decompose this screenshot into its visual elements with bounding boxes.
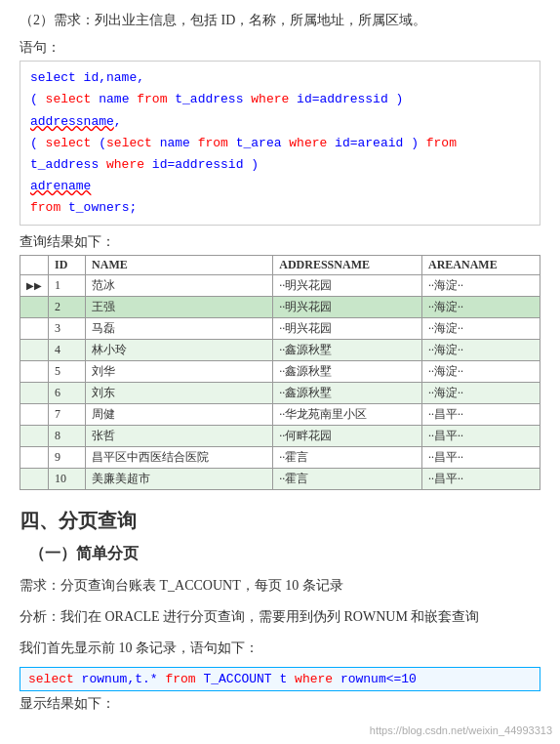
- table-cell: ··昌平··: [422, 404, 540, 426]
- code-line-6: adrename: [30, 179, 91, 193]
- table-cell: [20, 469, 49, 490]
- table-cell: [20, 297, 49, 318]
- table-row: 9昌平区中西医结合医院··霍言··昌平··: [20, 447, 540, 469]
- section4-title: 四、分页查询: [20, 508, 540, 534]
- table-row: 5刘华··鑫源秋墅··海淀··: [20, 361, 540, 383]
- table-cell: 1: [49, 275, 86, 297]
- table-cell: 6: [49, 383, 86, 404]
- table-cell: ··海淀··: [422, 361, 540, 383]
- table-row: 3马磊··明兴花园··海淀··: [20, 318, 540, 340]
- table-cell: 刘东: [86, 383, 273, 404]
- table-cell: [20, 404, 49, 426]
- code-line-3: addressname,: [30, 114, 122, 129]
- section2-title: （2）需求：列出业主信息，包括 ID，名称，所属地址，所属区域。: [20, 10, 540, 31]
- table-cell: [20, 318, 49, 340]
- table-cell: ··明兴花园: [273, 318, 422, 340]
- watermark: https://blog.csdn.net/weixin_44993313: [370, 724, 552, 736]
- table-cell: 美廉美超市: [86, 469, 273, 490]
- code-line-5: t_address where id=addressid ): [30, 157, 259, 172]
- table-cell: ··鑫源秋墅: [273, 361, 422, 383]
- table-cell: ··昌平··: [422, 447, 540, 469]
- table-cell: ··明兴花园: [273, 275, 422, 297]
- table-cell: ··昌平··: [422, 426, 540, 447]
- col-addressname: ADDRESSNAME: [273, 256, 422, 275]
- col-arrow: [20, 256, 49, 275]
- code-line-7: from t_owners;: [30, 200, 137, 215]
- table-cell: 昌平区中西医结合医院: [86, 447, 273, 469]
- table-cell: ··海淀··: [422, 297, 540, 318]
- table-cell: 4: [49, 340, 86, 361]
- table-cell: ··明兴花园: [273, 297, 422, 318]
- sql-code-block: select id,name, ( select name from t_add…: [20, 61, 540, 226]
- col-id: ID: [49, 256, 86, 275]
- table-row: 6刘东··鑫源秋墅··海淀··: [20, 383, 540, 404]
- para2: 分析：我们在 ORACLE 进行分页查询，需要用到伪列 ROWNUM 和嵌套查询: [20, 605, 540, 629]
- table-row: ▶1范冰··明兴花园··海淀··: [20, 275, 540, 297]
- table-cell: ··鑫源秋墅: [273, 340, 422, 361]
- table-cell: 5: [49, 361, 86, 383]
- code-line-4: ( select (select name from t_area where …: [30, 136, 457, 150]
- table-cell: ··海淀··: [422, 383, 540, 404]
- table-cell: 8: [49, 426, 86, 447]
- table-header-row: ID NAME ADDRESSNAME AREANAME: [20, 256, 540, 275]
- table-cell: 10: [49, 469, 86, 490]
- table-cell: 2: [49, 297, 86, 318]
- table-cell: ··鑫源秋墅: [273, 383, 422, 404]
- table-cell: 林小玲: [86, 340, 273, 361]
- col-areaname: AREANAME: [422, 256, 540, 275]
- sql-code-inline: select rownum,t.* from T_ACCOUNT t where…: [20, 667, 540, 691]
- table-cell: ··昌平··: [422, 469, 540, 490]
- section4-sub1-title: （一）简单分页: [29, 544, 540, 564]
- table-cell: 7: [49, 404, 86, 426]
- table-row: 7周健··华龙苑南里小区··昌平··: [20, 404, 540, 426]
- table-row: 8张哲··何畔花园··昌平··: [20, 426, 540, 447]
- table-cell: 范冰: [86, 275, 273, 297]
- para3: 我们首先显示前 10 条记录，语句如下：: [20, 637, 540, 660]
- table-cell: ▶: [20, 275, 49, 297]
- table-cell: ··何畔花园: [273, 426, 422, 447]
- table-cell: 9: [49, 447, 86, 469]
- table-cell: 刘华: [86, 361, 273, 383]
- table-cell: ··霍言: [273, 469, 422, 490]
- col-name: NAME: [86, 256, 273, 275]
- table-cell: 3: [49, 318, 86, 340]
- result-label-2: 显示结果如下：: [20, 695, 540, 713]
- code-line-1: select id,name,: [30, 70, 144, 85]
- table-cell: 张哲: [86, 426, 273, 447]
- table-cell: ··霍言: [273, 447, 422, 469]
- para1: 需求：分页查询台账表 T_ACCOUNT，每页 10 条记录: [20, 574, 540, 598]
- table-cell: [20, 361, 49, 383]
- table-row: 4林小玲··鑫源秋墅··海淀··: [20, 340, 540, 361]
- table-row: 10美廉美超市··霍言··昌平··: [20, 469, 540, 490]
- table-cell: ··海淀··: [422, 275, 540, 297]
- table-cell: [20, 383, 49, 404]
- table-cell: ··海淀··: [422, 340, 540, 361]
- code-line-2: ( select name from t_address where id=ad…: [30, 92, 403, 106]
- table-cell: [20, 426, 49, 447]
- result-table: ID NAME ADDRESSNAME AREANAME ▶1范冰··明兴花园·…: [20, 255, 540, 490]
- table-cell: [20, 447, 49, 469]
- table-cell: [20, 340, 49, 361]
- table-cell: 马磊: [86, 318, 273, 340]
- yuju-label: 语句：: [20, 39, 540, 57]
- table-cell: 周健: [86, 404, 273, 426]
- table-cell: ··华龙苑南里小区: [273, 404, 422, 426]
- table-cell: ··海淀··: [422, 318, 540, 340]
- table-row: 2王强··明兴花园··海淀··: [20, 297, 540, 318]
- table-cell: 王强: [86, 297, 273, 318]
- result-label-1: 查询结果如下：: [20, 233, 540, 251]
